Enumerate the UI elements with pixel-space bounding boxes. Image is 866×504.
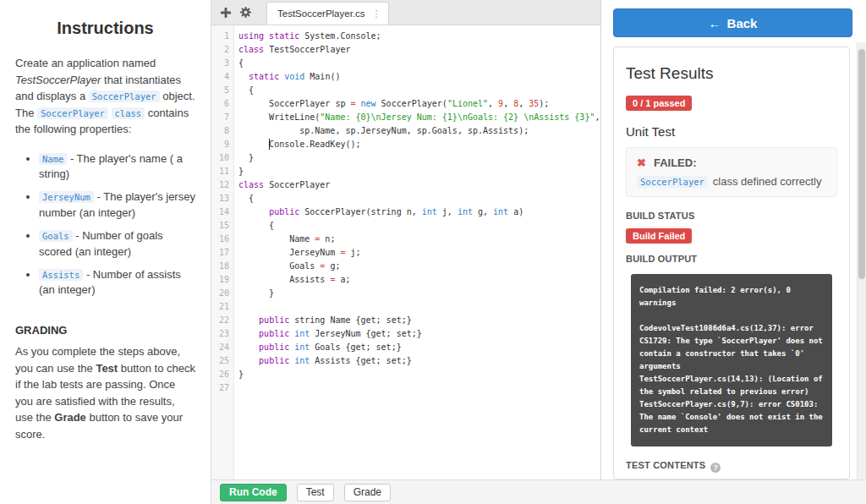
code-line[interactable]: JerseyNum = j; (238, 246, 600, 260)
instructions-title: Instructions (15, 19, 195, 38)
failed-row: ✖FAILED: (637, 156, 826, 169)
code-line[interactable]: } (238, 368, 600, 381)
code-line[interactable]: { (238, 219, 600, 233)
properties-list: Name - The player's name ( a string) Jer… (15, 151, 195, 299)
help-icon[interactable]: ? (710, 463, 721, 473)
line-number: 13 (211, 192, 233, 205)
editor-toolbar: Run Code Test Grade (211, 479, 866, 504)
code-line[interactable]: class TestSoccerPlayer (238, 43, 600, 57)
line-number: 26 (211, 368, 233, 381)
tab-label: TestSoccerPlayer.cs (277, 8, 365, 19)
code-line[interactable]: { (238, 57, 600, 70)
build-output: Compilation failed: 2 error(s), 0 warnin… (631, 274, 832, 446)
code-line[interactable]: public int Assists {get; set;} (238, 354, 600, 368)
line-number: 23 (211, 327, 233, 341)
tab-testsoccerplayer[interactable]: TestSoccerPlayer.cs ⋮ (266, 2, 389, 25)
unit-test-heading: Unit Test (626, 124, 837, 139)
code-lines: using static System.Console;class TestSo… (234, 25, 600, 479)
code-line[interactable]: { (238, 192, 600, 205)
grade-button[interactable]: Grade (344, 484, 391, 501)
add-file-button[interactable] (220, 7, 232, 19)
gear-icon (239, 6, 252, 19)
code-editor[interactable]: 1234567891011121314151617181920212223242… (211, 25, 600, 479)
line-number: 27 (211, 381, 233, 395)
build-failed-badge: Build Failed (626, 228, 692, 244)
code-line[interactable]: Name = n; (238, 233, 600, 246)
run-code-button[interactable]: Run Code (220, 484, 287, 501)
line-number: 6 (211, 97, 233, 111)
line-number: 14 (211, 205, 233, 219)
intro-app-name: TestSoccerPlayer (15, 74, 101, 86)
code-line[interactable]: SoccerPlayer sp = new SoccerPlayer("Lion… (238, 97, 600, 111)
text-cursor (269, 139, 270, 150)
code-line[interactable]: using static System.Console; (238, 30, 600, 43)
app: Instructions Create an application named… (0, 0, 866, 504)
plus-icon (220, 7, 232, 19)
code-chip: Assists (39, 269, 83, 281)
build-output-label: BUILD OUTPUT (626, 254, 837, 264)
list-item: Assists - Number of assists (an integer) (39, 267, 195, 299)
instructions-intro: Create an application named TestSoccerPl… (15, 55, 195, 138)
code-chip: Name (39, 153, 67, 165)
editor-tabbar: TestSoccerPlayer.cs ⋮ (211, 0, 600, 25)
list-item: Goals - Number of goals scored (an integ… (39, 228, 195, 260)
failed-label: FAILED: (654, 156, 697, 169)
build-status-label: BUILD STATUS (626, 211, 837, 221)
line-number: 11 (211, 165, 233, 178)
settings-gear-button[interactable] (239, 6, 252, 19)
editor-panel: TestSoccerPlayer.cs ⋮ 123456789101112131… (211, 0, 601, 504)
line-number: 4 (211, 70, 233, 84)
grading-bold-grade: Grade (54, 411, 86, 424)
code-line[interactable]: public string Name {get; set;} (238, 314, 600, 327)
code-line[interactable]: public SoccerPlayer(string n, int j, int… (238, 205, 600, 219)
code-gutter: 1234567891011121314151617181920212223242… (211, 25, 234, 479)
back-label: Back (727, 16, 758, 30)
line-number: 18 (211, 260, 233, 273)
tab-menu-icon[interactable]: ⋮ (372, 8, 381, 19)
line-number: 9 (211, 138, 233, 151)
line-number: 17 (211, 246, 233, 260)
line-number: 16 (211, 233, 233, 246)
code-chip: SoccerPlayer (637, 176, 708, 188)
line-number: 15 (211, 219, 233, 233)
code-line[interactable]: class SoccerPlayer (238, 178, 600, 192)
results-title: Test Results (626, 64, 837, 83)
line-number: 22 (211, 314, 233, 327)
code-chip: SoccerPlayer (89, 90, 160, 102)
code-line[interactable]: } (238, 287, 600, 300)
back-button[interactable]: ←Back (613, 8, 852, 37)
line-number: 1 (211, 30, 233, 43)
code-line[interactable]: public int JerseyNum {get; set;} (238, 327, 600, 341)
test-contents-label: TEST CONTENTS? (626, 460, 837, 473)
code-line[interactable]: Goals = g; (238, 260, 600, 273)
code-line[interactable]: } (238, 165, 600, 178)
score-badge: 0 / 1 passed (626, 96, 692, 111)
scrollbar-thumb[interactable] (858, 49, 865, 279)
code-line[interactable]: static void Main() (238, 70, 600, 84)
code-line[interactable] (238, 381, 600, 395)
code-line[interactable]: Console.ReadKey(); (238, 138, 600, 151)
intro-text: Create an application named (15, 57, 156, 69)
line-number: 8 (211, 124, 233, 138)
line-number: 5 (211, 84, 233, 97)
test-results-card: Test Results 0 / 1 passed Unit Test ✖FAI… (613, 47, 850, 479)
code-line[interactable]: } (238, 151, 600, 165)
failed-x-icon: ✖ (637, 156, 646, 169)
code-line[interactable]: WriteLine("Name: {0}\nJersey Num: {1}\nG… (238, 111, 600, 124)
line-number: 19 (211, 273, 233, 287)
failed-description: SoccerPlayerclass defined correctly (637, 175, 826, 188)
results-panel: ←Back Test Results 0 / 1 passed Unit Tes… (601, 0, 866, 504)
code-line[interactable]: public int Goals {get; set;} (238, 341, 600, 354)
results-scrollbar[interactable] (857, 42, 866, 504)
line-number: 7 (211, 111, 233, 124)
line-number: 21 (211, 300, 233, 314)
code-chip: JerseyNum (39, 191, 94, 203)
code-line[interactable]: Assists = a; (238, 273, 600, 287)
code-line[interactable] (238, 300, 600, 314)
code-chip: Goals (39, 230, 73, 242)
line-number: 12 (211, 178, 233, 192)
code-line[interactable]: sp.Name, sp.JerseyNum, sp.Goals, sp.Assi… (238, 124, 600, 138)
test-button[interactable]: Test (297, 484, 334, 501)
code-line[interactable]: { (238, 84, 600, 97)
line-number: 2 (211, 43, 233, 57)
